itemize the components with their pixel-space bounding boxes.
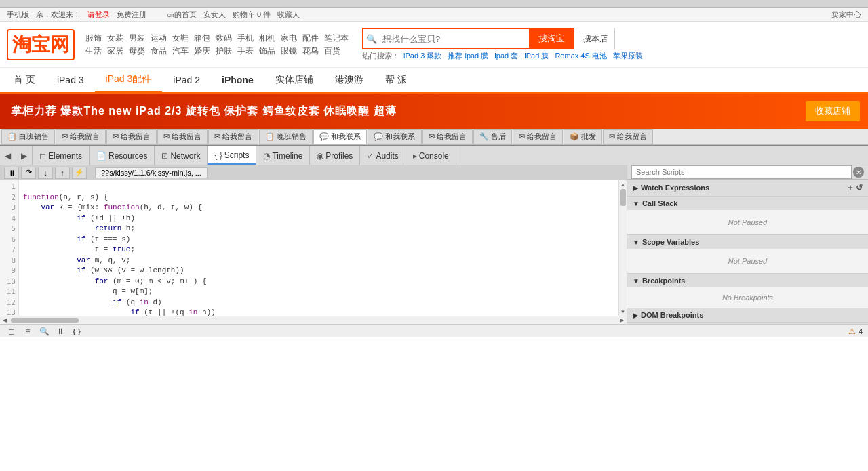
top-nav-home[interactable]: ㎝的首页 [167,9,197,20]
tab-console[interactable]: ▸ Console [406,146,456,165]
tab-network[interactable]: ⊡ Network [155,146,208,165]
top-nav-mobile[interactable]: 手机版 [7,9,29,20]
status-search-icon[interactable]: 🔍 [38,325,50,337]
sub-tab-msg1[interactable]: ✉ 给我留言 [56,129,106,144]
cat-camera[interactable]: 相机 [259,33,275,44]
search-taobao-button[interactable]: 搜淘宝 [529,28,574,49]
top-nav-register[interactable]: 免费注册 [117,9,146,20]
tab-resources[interactable]: 📄 Resources [90,146,155,165]
scroll-thumb-vertical[interactable] [620,189,626,206]
hot-item-1[interactable]: iPad 3 爆款 [403,52,441,60]
search-store-button[interactable]: 搜本店 [576,28,615,49]
cat-bag[interactable]: 箱包 [194,33,210,44]
hot-item-3[interactable]: ipad 套 [494,52,518,60]
pause-button[interactable]: ⏸ [4,167,19,179]
top-nav-login[interactable]: 请登录 [87,9,110,20]
sub-tab-msg5[interactable]: ✉ 给我留言 [422,129,473,144]
cat-men[interactable]: 男装 [129,33,145,44]
top-nav-seller[interactable]: 卖家中心 [831,9,861,20]
scripts-search-clear[interactable]: ✕ [853,167,864,178]
main-nav-ipad2[interactable]: iPad 2 [162,67,211,93]
sub-tab-msg7[interactable]: ✉ 给我留言 [603,129,653,144]
cat-skincare[interactable]: 护肤 [216,45,232,57]
hot-item-2[interactable]: 推荐 ipad 膜 [448,52,488,60]
cat-digital[interactable]: 数码 [216,33,232,44]
scroll-left-arrow[interactable]: ◀ [1,317,8,324]
main-nav-hk[interactable]: 港澳游 [324,67,374,93]
status-element-icon[interactable]: ◻ [5,325,18,337]
cat-general[interactable]: 百货 [324,45,340,57]
dom-breakpoints-header[interactable]: ▶ DOM Breakpoints [627,308,868,322]
collect-store-button[interactable]: 收藏店铺 [806,101,860,121]
main-nav-ipad3[interactable]: iPad 3 [46,67,95,93]
cat-food[interactable]: 食品 [151,45,167,57]
watch-expressions-header[interactable]: ▶ Watch Expressions + ↺ [627,180,868,196]
main-nav-help[interactable]: 帮 派 [374,67,418,93]
cat-clothing[interactable]: 服饰 [85,33,102,44]
hot-item-6[interactable]: 苹果原装 [613,52,643,60]
taobao-logo[interactable]: 淘宝网 [7,29,75,60]
cat-wedding[interactable]: 婚庆 [194,45,210,57]
sub-tab-contact1[interactable]: 💬 和我联系 [313,129,367,144]
sub-tab-msg6[interactable]: ✉ 给我留言 [513,129,563,144]
cat-baby[interactable]: 母婴 [129,45,145,57]
cat-shoes[interactable]: 女鞋 [172,33,189,44]
cat-car[interactable]: 汽车 [172,45,189,57]
cat-life[interactable]: 生活 [85,45,102,57]
cat-accessory[interactable]: 配件 [302,33,319,44]
long-break-button[interactable]: ⚡ [72,167,87,179]
tab-profiles[interactable]: ◉ Profiles [310,146,360,165]
cat-jewelry[interactable]: 饰品 [259,45,275,57]
status-format-icon[interactable]: { } [71,325,83,337]
tab-elements[interactable]: ◻ Elements [33,146,90,165]
step-into-button[interactable]: ↓ [38,167,53,179]
scroll-right-arrow[interactable]: ▶ [618,317,625,324]
cat-appliance[interactable]: 家电 [281,33,297,44]
top-nav-favorites[interactable]: 收藏人 [277,9,300,20]
devtools-expand-right[interactable]: ▶ [16,146,33,165]
tab-audits[interactable]: ✓ Audits [360,146,406,165]
watch-refresh-icon[interactable]: ↺ [856,183,863,192]
cat-glasses[interactable]: 眼镜 [281,45,297,57]
cat-women[interactable]: 女装 [107,33,123,44]
watch-add-icon[interactable]: + [848,182,853,193]
main-nav-iphone[interactable]: iPhone [211,67,264,93]
main-nav-ipad3-accessory[interactable]: iPad 3配件 [95,67,163,93]
sub-tab-msg2[interactable]: ✉ 给我留言 [106,129,157,144]
cat-laptop[interactable]: 笔记本 [324,33,349,44]
search-input[interactable] [380,28,529,49]
cat-flower[interactable]: 花鸟 [302,45,319,57]
tab-timeline[interactable]: ◔ Timeline [256,146,310,165]
devtools-collapse-left[interactable]: ◀ [0,146,16,165]
breakpoints-header[interactable]: ▼ Breakpoints [627,274,868,287]
cat-watch[interactable]: 手表 [237,45,254,57]
hot-item-5[interactable]: Remax 4S 电池 [555,52,606,60]
status-pause-icon[interactable]: ⏸ [54,325,66,337]
sub-tab-aftersales[interactable]: 🔧 售后 [473,129,512,144]
scroll-up-arrow[interactable]: ▲ [619,180,627,188]
vertical-scrollbar[interactable]: ▲ ▼ [618,180,627,316]
tab-scripts[interactable]: { } Scripts [208,146,256,165]
sub-tab-msg3[interactable]: ✉ 给我留言 [157,129,208,144]
scope-variables-header[interactable]: ▼ Scope Variables [627,235,868,249]
scroll-down-arrow[interactable]: ▼ [619,308,627,316]
status-console-icon[interactable]: ≡ [22,325,34,337]
cat-home[interactable]: 家居 [107,45,123,57]
sub-tab-msg4[interactable]: ✉ 给我留言 [208,129,258,144]
sub-tab-wholesale[interactable]: 📦 批发 [564,129,602,144]
call-stack-header[interactable]: ▼ Call Stack [627,197,868,210]
step-over-button[interactable]: ↷ [21,167,36,179]
top-nav-cart[interactable]: 购物车 0 件 [233,9,271,20]
sub-tab-evening-sales[interactable]: 📋 晚班销售 [259,129,313,144]
step-out-button[interactable]: ↑ [55,167,70,179]
scroll-thumb-horizontal[interactable] [11,318,79,323]
cat-phone[interactable]: 手机 [237,33,254,44]
cat-sport[interactable]: 运动 [151,33,167,44]
sub-tab-morning-sales[interactable]: 📋 白班销售 [1,129,55,144]
horizontal-scrollbar[interactable]: ◀ ▶ [0,316,627,324]
file-tab[interactable]: ??s/kissy/1.1.6/kissy-min.js, ... [95,167,208,178]
main-nav-home[interactable]: 首 页 [3,67,46,93]
top-nav-women[interactable]: 安女人 [203,9,226,20]
sub-tab-contact2[interactable]: 💬 和我联系 [368,129,421,144]
main-nav-store[interactable]: 实体店铺 [264,67,324,93]
